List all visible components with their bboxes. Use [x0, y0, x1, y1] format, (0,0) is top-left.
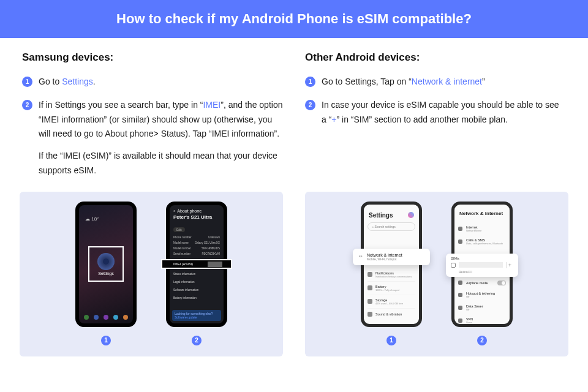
other-phone-2: Network & internet InternetNetworkNameCa… — [451, 202, 513, 327]
step-text-before: Go to — [39, 77, 62, 86]
list-item-icon — [368, 285, 372, 290]
about-menu-item: Battery information — [173, 295, 220, 301]
ni-card-title: Network & internet — [367, 253, 402, 257]
about-menu-item: Legal information — [173, 279, 220, 285]
samsung-phone-2-col: ‹ About phone Peter's S21 Ultra Edit Pho… — [166, 202, 227, 345]
search-placeholder: Search settings — [374, 225, 395, 228]
weather-widget: ☁ 18° — [85, 216, 99, 222]
step-extra-text: If the “IMEI (eSIM)” is available it sho… — [39, 149, 283, 178]
list-item-icon — [458, 306, 462, 310]
imei-label: IMEI (eSIM) — [173, 262, 193, 266]
search-settings-input: ⌕ Search settings — [368, 222, 415, 231]
list-item-icon — [368, 272, 372, 277]
settings-list-item: NotificationsNotification history, conve… — [368, 268, 415, 281]
page-title: How to check if my Android Phone is eSIM… — [116, 11, 472, 26]
about-info-row: Model nameGalaxy S21 Ultra 5G — [173, 240, 220, 246]
step-text-after: ” — [482, 77, 485, 86]
other-phone-2-col: Network & internet InternetNetworkNameCa… — [451, 202, 513, 345]
step-text: If in Settings you see a search bar, typ… — [39, 98, 283, 178]
list-item-icon — [368, 312, 372, 317]
settings-app-highlight: Settings — [88, 246, 124, 282]
ni-list-item: Calls & SMSData, calls preferences, Blue… — [458, 235, 506, 248]
step-text-before: If in Settings you see a search bar, typ… — [39, 100, 203, 110]
list-item-icon — [458, 227, 462, 231]
step-number-badge: 2 — [305, 100, 315, 110]
edit-button: Edit — [173, 227, 185, 232]
ni-list-top: InternetNetworkNameCalls & SMSData, call… — [454, 220, 510, 251]
profile-avatar-icon — [408, 212, 414, 218]
other-step-2: 2 In case your device is eSIM capable yo… — [305, 98, 566, 127]
screenshot-number-badge: 2 — [477, 336, 487, 345]
step-number-badge: 1 — [305, 77, 315, 87]
list-item-icon — [458, 281, 462, 285]
network-internet-link[interactable]: Network & internet — [412, 77, 482, 86]
settings-list-item: Battery100% – Fully charged — [368, 281, 415, 295]
about-phone-header: ‹ About phone — [170, 205, 224, 214]
other-column: Other Android devices: 1 Go to Settings,… — [305, 51, 566, 187]
imei-value: 355 — [214, 262, 220, 266]
samsung-phone-2: ‹ About phone Peter's S21 Ultra Edit Pho… — [166, 202, 227, 327]
dock-app-icon — [94, 315, 99, 320]
sims-label: SIMs — [451, 257, 513, 260]
ni-list-item: Data SaverOff — [458, 301, 506, 314]
settings-app-label: Settings — [98, 271, 113, 276]
other-phone-1: Settings ⌕ Search settings AppsAssistant… — [361, 202, 422, 327]
wifi-icon: ⌔ — [359, 254, 362, 260]
about-phone-title: About phone — [177, 209, 202, 213]
samsung-screenshots-panel: ☁ 18° Settings 1 — [20, 192, 283, 356]
ni-card-subtitle: Mobile, Wi-Fi, hotspot — [367, 257, 402, 261]
about-phone-menu-list: Status informationLegal informationSoftw… — [173, 271, 220, 301]
step-number-badge: 2 — [22, 100, 32, 110]
ni-list-bottom: Airplane modeHotspot & tetheringOffData … — [454, 275, 510, 324]
screenshot-number-badge: 1 — [386, 336, 396, 345]
about-info-row: Serial numberR5CR603KVM — [173, 251, 220, 257]
phone-dock — [84, 315, 128, 320]
imei-link[interactable]: IMEI — [203, 100, 221, 110]
list-item-icon — [368, 299, 372, 304]
other-steps: 1 Go to Settings, Tap on “Network & inte… — [305, 75, 566, 127]
screenshots-row: ☁ 18° Settings 1 — [0, 192, 588, 356]
about-phone-info-rows: Phone numberUnknownModel nameGalaxy S21 … — [170, 233, 224, 258]
about-phone-footer: Looking for something else? Software upd… — [172, 310, 221, 321]
plus-link[interactable]: + — [331, 115, 336, 124]
dock-app-icon — [123, 315, 128, 320]
samsung-step-1: 1 Go to Settings. — [22, 75, 283, 89]
other-screenshots-panel: Settings ⌕ Search settings AppsAssistant… — [305, 192, 568, 356]
settings-list-item: Storage46% used – 69.6 GB free — [368, 295, 415, 308]
footer-question: Looking for something else? — [175, 312, 219, 315]
gear-icon — [97, 253, 115, 270]
step-text: In case your device is eSIM capable you … — [322, 98, 566, 127]
network-internet-title: Network & internet — [454, 205, 510, 220]
about-menu-item: Status information — [173, 271, 220, 277]
instructions-columns: Samsung devices: 1 Go to Settings. 2 If … — [0, 38, 588, 187]
sims-highlight-card: SIMs + RetinaCO — [446, 254, 518, 277]
step-number-badge: 1 — [22, 77, 32, 87]
sim-chip-icon — [451, 263, 456, 268]
step-text-before: Go to Settings, Tap on “ — [322, 77, 412, 86]
about-info-row: Model numberSM-G998U/DS — [173, 246, 220, 251]
screenshot-number-badge: 2 — [192, 336, 202, 345]
about-menu-item: Software information — [173, 287, 220, 293]
list-item-icon — [458, 293, 462, 297]
screenshot-number-badge: 1 — [101, 336, 111, 345]
add-sim-plus-icon: + — [506, 262, 513, 268]
list-item-icon — [458, 318, 462, 323]
step-text-after: ” in “SIM” section to add another mobile… — [337, 115, 508, 124]
step-text-after: . — [93, 77, 96, 86]
toggle-switch-icon — [497, 281, 506, 285]
settings-link[interactable]: Settings — [62, 77, 93, 86]
samsung-steps: 1 Go to Settings. 2 If in Settings you s… — [22, 75, 283, 178]
other-phones: Settings ⌕ Search settings AppsAssistant… — [310, 202, 564, 345]
back-chevron-icon: ‹ — [173, 209, 175, 213]
ni-list-item: Airplane mode — [458, 277, 506, 288]
device-name: Peter's S21 Ultra — [170, 214, 224, 222]
imei-esim-highlight: IMEI (eSIM) 355 — [161, 259, 232, 269]
settings-list-item: Sound & vibration — [368, 308, 415, 320]
other-step-1: 1 Go to Settings, Tap on “Network & inte… — [305, 75, 566, 89]
ni-list-item: InternetNetworkName — [458, 222, 506, 235]
samsung-heading: Samsung devices: — [22, 51, 283, 64]
samsung-phones: ☁ 18° Settings 1 — [24, 202, 278, 345]
dock-app-icon — [113, 315, 118, 320]
dock-app-icon — [84, 315, 89, 320]
samsung-phone-1: ☁ 18° Settings — [75, 202, 137, 327]
